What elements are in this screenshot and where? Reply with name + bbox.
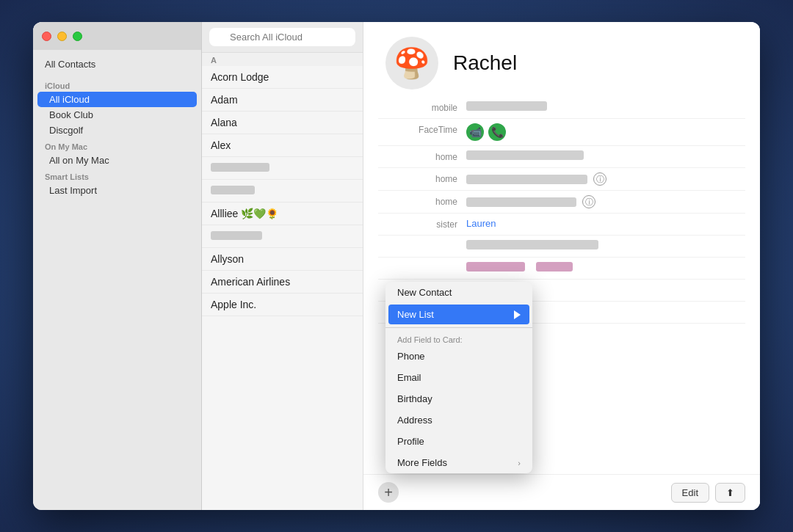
titlebar (33, 22, 201, 50)
contact-name: Rachel (453, 51, 517, 75)
field-row-facetime: FaceTime 📹 📞 (378, 119, 745, 146)
blurred-home-1 (466, 150, 584, 160)
contacts-scroll: A Acorn Lodge Adam Alana Alex Allliee 🌿💚… (202, 53, 363, 510)
chevron-right-icon: › (518, 459, 521, 467)
dropdown-item-email[interactable]: Email (385, 367, 532, 388)
contact-item-alex[interactable]: Alex (202, 134, 363, 157)
dropdown-new-list-label: New List (397, 309, 434, 320)
dropdown-item-birthday[interactable]: Birthday (385, 388, 532, 409)
field-label-home-1: home (378, 150, 466, 162)
field-label-blurred-r2 (378, 262, 466, 263)
field-row-mobile: mobile (378, 97, 745, 119)
sidebar: All Contacts iCloud All iCloud Book Club… (33, 22, 202, 510)
field-value-blurred-r2 (466, 262, 745, 274)
section-label-on-my-mac: On My Mac (33, 138, 201, 153)
all-contacts-label[interactable]: All Contacts (33, 56, 201, 77)
dropdown-item-phone[interactable]: Phone (385, 346, 532, 367)
detail-pane: 🍄 Rachel mobile FaceTime 📹 📞 (363, 22, 760, 510)
sidebar-item-all-icloud[interactable]: All iCloud (37, 92, 197, 107)
facetime-phone-button[interactable]: 📞 (488, 123, 506, 141)
info-button-1[interactable]: ⓘ (593, 172, 606, 186)
blurred-r1 (466, 240, 598, 249)
field-label-home-3: home (378, 195, 466, 207)
facetime-video-button[interactable]: 📹 (466, 123, 484, 141)
blurred-name-1 (211, 163, 269, 172)
sidebar-item-discgolf[interactable]: Discgolf (37, 123, 197, 138)
section-label-smart-lists: Smart Lists (33, 168, 201, 183)
field-row-home-3: home ⓘ (378, 191, 745, 214)
field-value-facetime: 📹 📞 (466, 123, 745, 141)
field-value-home-2: ⓘ (466, 172, 745, 186)
sidebar-item-all-on-my-mac[interactable]: All on My Mac (37, 153, 197, 168)
field-label-facetime: FaceTime (378, 123, 466, 135)
dropdown-separator-1 (385, 327, 532, 328)
dropdown-item-new-list[interactable]: New List (388, 305, 529, 324)
contact-item-blurred1[interactable] (202, 157, 363, 180)
sidebar-inner: All Contacts iCloud All iCloud Book Club… (33, 50, 201, 510)
field-label-home-2: home (378, 172, 466, 184)
dropdown-item-profile[interactable]: Profile (385, 431, 532, 452)
sidebar-item-last-import[interactable]: Last Import (37, 183, 197, 198)
contact-item-blurred3[interactable] (202, 225, 363, 248)
detail-header: 🍄 Rachel (363, 22, 760, 97)
field-row-blurred-r2 (378, 258, 745, 280)
avatar: 🍄 (385, 37, 438, 90)
field-row-blurred-r1 (378, 236, 745, 258)
main-window: All Contacts iCloud All iCloud Book Club… (33, 22, 760, 510)
dropdown-item-more-fields[interactable]: More Fields › (385, 452, 532, 473)
field-row-home-2: home ⓘ (378, 168, 745, 191)
blurred-name-3 (211, 231, 262, 240)
share-button[interactable]: ⬆ (715, 483, 745, 503)
dropdown-item-address[interactable]: Address (385, 409, 532, 431)
close-button[interactable] (42, 32, 51, 41)
field-value-home-3: ⓘ (466, 195, 745, 208)
cursor-indicator (514, 310, 521, 319)
blurred-mobile (466, 101, 547, 111)
search-wrapper: 🔍 (209, 28, 355, 46)
alpha-header-a: A (202, 53, 363, 66)
more-fields-label: More Fields (397, 457, 447, 468)
field-label-sister: sister (378, 218, 466, 230)
field-row-home-1: home (378, 146, 745, 168)
contact-item-blurred2[interactable] (202, 180, 363, 203)
contact-item-acorn-lodge[interactable]: Acorn Lodge (202, 66, 363, 89)
footer-right: Edit ⬆ (671, 483, 745, 503)
detail-footer: + Edit ⬆ New Contact New List Add Field … (363, 474, 760, 510)
search-bar: 🔍 (202, 22, 363, 53)
field-label-mobile: mobile (378, 101, 466, 113)
field-value-blurred-r1 (466, 240, 745, 252)
blurred-home-3 (466, 197, 576, 207)
facetime-icons: 📹 📞 (466, 123, 745, 141)
contact-item-adam[interactable]: Adam (202, 89, 363, 112)
edit-button[interactable]: Edit (671, 483, 709, 503)
dropdown-menu: New Contact New List Add Field to Card: … (385, 282, 532, 473)
section-label-icloud: iCloud (33, 77, 201, 92)
field-value-home-1 (466, 150, 745, 162)
avatar-emoji: 🍄 (394, 46, 430, 81)
contact-item-allyson[interactable]: Allyson (202, 248, 363, 271)
add-button[interactable]: + (378, 482, 399, 503)
blurred-r2 (466, 262, 525, 272)
blurred-r2b (536, 262, 573, 272)
contact-item-allliee[interactable]: Allliee 🌿💚🌻 (202, 203, 363, 225)
maximize-button[interactable] (73, 32, 82, 41)
field-value-sister[interactable]: Lauren (466, 218, 745, 229)
field-label-blurred-r1 (378, 240, 466, 241)
field-row-sister: sister Lauren (378, 214, 745, 236)
minimize-button[interactable] (57, 32, 67, 41)
contact-item-american-airlines[interactable]: American Airlines (202, 271, 363, 294)
search-input[interactable] (209, 28, 355, 46)
dropdown-item-new-contact[interactable]: New Contact (385, 282, 532, 303)
contacts-list: 🔍 A Acorn Lodge Adam Alana Alex Allliee … (202, 22, 363, 510)
blurred-home-2 (466, 175, 587, 184)
blurred-name-2 (211, 186, 255, 194)
dropdown-section-add-field: Add Field to Card: (385, 331, 532, 346)
contact-item-alana[interactable]: Alana (202, 112, 363, 134)
field-value-mobile (466, 101, 745, 113)
sidebar-item-book-club[interactable]: Book Club (37, 107, 197, 123)
info-button-2[interactable]: ⓘ (582, 195, 595, 208)
contact-item-apple-inc[interactable]: Apple Inc. (202, 294, 363, 316)
